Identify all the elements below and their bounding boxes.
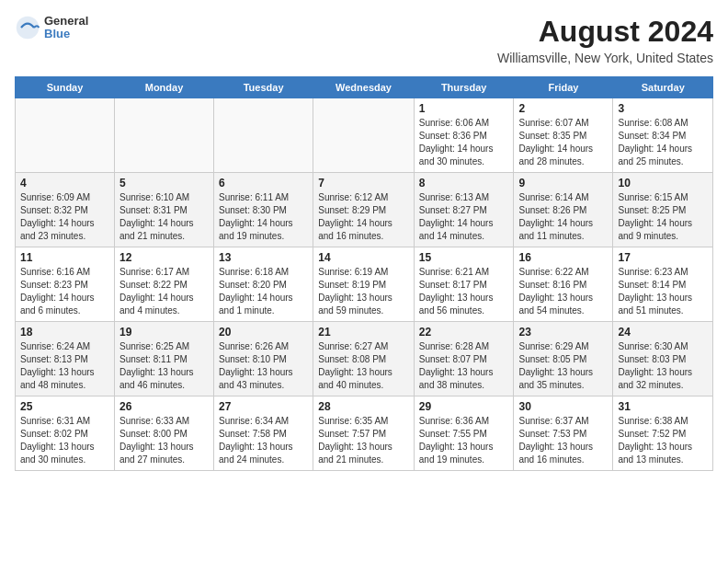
calendar-day-cell: 28Sunrise: 6:35 AMSunset: 7:57 PMDayligh… (313, 396, 415, 471)
day-info: Sunrise: 6:35 AMSunset: 7:57 PMDaylight:… (318, 415, 409, 466)
calendar-day-cell: 22Sunrise: 6:28 AMSunset: 8:07 PMDayligh… (414, 322, 514, 396)
day-of-week-header: Tuesday (214, 77, 313, 98)
day-number: 31 (618, 400, 708, 413)
day-number: 25 (20, 400, 109, 413)
calendar-week-row: 4Sunrise: 6:09 AMSunset: 8:32 PMDaylight… (16, 173, 713, 247)
day-number: 1 (419, 102, 509, 115)
calendar-day-cell: 7Sunrise: 6:12 AMSunset: 8:29 PMDaylight… (313, 173, 415, 247)
calendar-header-row: SundayMondayTuesdayWednesdayThursdayFrid… (16, 77, 713, 98)
day-number: 26 (119, 400, 209, 413)
day-of-week-header: Thursday (414, 77, 514, 98)
calendar-day-cell: 4Sunrise: 6:09 AMSunset: 8:32 PMDaylight… (16, 173, 115, 247)
month-year-title: August 2024 (497, 15, 713, 49)
day-info: Sunrise: 6:21 AMSunset: 8:17 PMDaylight:… (419, 266, 509, 317)
day-number: 5 (119, 177, 209, 190)
day-number: 4 (20, 177, 109, 190)
calendar-day-cell: 26Sunrise: 6:33 AMSunset: 8:00 PMDayligh… (114, 396, 213, 471)
day-number: 24 (618, 326, 708, 339)
day-of-week-header: Friday (514, 77, 613, 98)
calendar-day-cell: 3Sunrise: 6:08 AMSunset: 8:34 PMDaylight… (613, 98, 713, 173)
day-info: Sunrise: 6:25 AMSunset: 8:11 PMDaylight:… (119, 340, 209, 392)
calendar-day-cell: 23Sunrise: 6:29 AMSunset: 8:05 PMDayligh… (514, 322, 613, 396)
day-info: Sunrise: 6:19 AMSunset: 8:19 PMDaylight:… (318, 266, 409, 317)
day-number: 28 (318, 400, 409, 413)
day-info: Sunrise: 6:23 AMSunset: 8:14 PMDaylight:… (618, 266, 708, 317)
calendar-day-cell (16, 98, 115, 173)
day-info: Sunrise: 6:29 AMSunset: 8:05 PMDaylight:… (518, 340, 608, 392)
calendar-day-cell: 19Sunrise: 6:25 AMSunset: 8:11 PMDayligh… (114, 322, 213, 396)
calendar-day-cell: 31Sunrise: 6:38 AMSunset: 7:52 PMDayligh… (613, 396, 713, 471)
day-number: 10 (618, 177, 708, 190)
calendar-table: SundayMondayTuesdayWednesdayThursdayFrid… (15, 76, 713, 471)
calendar-day-cell: 8Sunrise: 6:13 AMSunset: 8:27 PMDaylight… (414, 173, 514, 247)
day-number: 23 (518, 326, 608, 339)
day-info: Sunrise: 6:28 AMSunset: 8:07 PMDaylight:… (419, 340, 509, 392)
day-info: Sunrise: 6:30 AMSunset: 8:03 PMDaylight:… (618, 340, 708, 392)
location-subtitle: Williamsville, New York, United States (497, 51, 713, 65)
day-info: Sunrise: 6:16 AMSunset: 8:23 PMDaylight:… (20, 266, 109, 317)
day-info: Sunrise: 6:31 AMSunset: 8:02 PMDaylight:… (20, 415, 109, 466)
day-number: 16 (518, 251, 608, 264)
day-of-week-header: Sunday (16, 77, 115, 98)
calendar-day-cell: 16Sunrise: 6:22 AMSunset: 8:16 PMDayligh… (514, 247, 613, 322)
calendar-week-row: 1Sunrise: 6:06 AMSunset: 8:36 PMDaylight… (16, 98, 713, 173)
day-number: 12 (119, 251, 209, 264)
day-info: Sunrise: 6:26 AMSunset: 8:10 PMDaylight:… (219, 340, 308, 392)
day-number: 2 (518, 102, 608, 115)
calendar-day-cell: 2Sunrise: 6:07 AMSunset: 8:35 PMDaylight… (514, 98, 613, 173)
calendar-day-cell: 29Sunrise: 6:36 AMSunset: 7:55 PMDayligh… (414, 396, 514, 471)
logo: General Blue (15, 15, 88, 41)
calendar-day-cell (214, 98, 313, 173)
calendar-day-cell: 9Sunrise: 6:14 AMSunset: 8:26 PMDaylight… (514, 173, 613, 247)
day-number: 17 (618, 251, 708, 264)
calendar-day-cell: 25Sunrise: 6:31 AMSunset: 8:02 PMDayligh… (16, 396, 115, 471)
day-number: 21 (318, 326, 409, 339)
day-info: Sunrise: 6:24 AMSunset: 8:13 PMDaylight:… (20, 340, 109, 392)
calendar-day-cell: 20Sunrise: 6:26 AMSunset: 8:10 PMDayligh… (214, 322, 313, 396)
day-number: 8 (419, 177, 509, 190)
day-info: Sunrise: 6:09 AMSunset: 8:32 PMDaylight:… (20, 191, 109, 243)
calendar-week-row: 25Sunrise: 6:31 AMSunset: 8:02 PMDayligh… (16, 396, 713, 471)
day-number: 18 (20, 326, 109, 339)
calendar-day-cell: 5Sunrise: 6:10 AMSunset: 8:31 PMDaylight… (114, 173, 213, 247)
calendar-day-cell: 21Sunrise: 6:27 AMSunset: 8:08 PMDayligh… (313, 322, 415, 396)
day-number: 9 (518, 177, 608, 190)
calendar-day-cell: 17Sunrise: 6:23 AMSunset: 8:14 PMDayligh… (613, 247, 713, 322)
day-info: Sunrise: 6:06 AMSunset: 8:36 PMDaylight:… (419, 117, 509, 168)
calendar-day-cell: 6Sunrise: 6:11 AMSunset: 8:30 PMDaylight… (214, 173, 313, 247)
day-info: Sunrise: 6:18 AMSunset: 8:20 PMDaylight:… (219, 266, 308, 317)
day-info: Sunrise: 6:37 AMSunset: 7:53 PMDaylight:… (518, 415, 608, 466)
calendar-day-cell: 27Sunrise: 6:34 AMSunset: 7:58 PMDayligh… (214, 396, 313, 471)
day-info: Sunrise: 6:17 AMSunset: 8:22 PMDaylight:… (119, 266, 209, 317)
day-info: Sunrise: 6:36 AMSunset: 7:55 PMDaylight:… (419, 415, 509, 466)
day-info: Sunrise: 6:15 AMSunset: 8:25 PMDaylight:… (618, 191, 708, 243)
day-info: Sunrise: 6:14 AMSunset: 8:26 PMDaylight:… (518, 191, 608, 243)
logo-blue: Blue (44, 28, 88, 40)
day-number: 20 (219, 326, 308, 339)
day-info: Sunrise: 6:12 AMSunset: 8:29 PMDaylight:… (318, 191, 409, 243)
day-number: 15 (419, 251, 509, 264)
calendar-day-cell: 24Sunrise: 6:30 AMSunset: 8:03 PMDayligh… (613, 322, 713, 396)
title-block: August 2024 Williamsville, New York, Uni… (497, 15, 713, 65)
logo-text: General Blue (44, 15, 88, 41)
day-info: Sunrise: 6:08 AMSunset: 8:34 PMDaylight:… (618, 117, 708, 168)
day-info: Sunrise: 6:07 AMSunset: 8:35 PMDaylight:… (518, 117, 608, 168)
calendar-week-row: 11Sunrise: 6:16 AMSunset: 8:23 PMDayligh… (16, 247, 713, 322)
day-info: Sunrise: 6:22 AMSunset: 8:16 PMDaylight:… (518, 266, 608, 317)
logo-icon (15, 15, 40, 40)
calendar-day-cell: 11Sunrise: 6:16 AMSunset: 8:23 PMDayligh… (16, 247, 115, 322)
day-of-week-header: Monday (114, 77, 213, 98)
day-number: 29 (419, 400, 509, 413)
day-of-week-header: Saturday (613, 77, 713, 98)
logo-general: General (44, 15, 88, 28)
day-number: 19 (119, 326, 209, 339)
day-info: Sunrise: 6:10 AMSunset: 8:31 PMDaylight:… (119, 191, 209, 243)
day-number: 27 (219, 400, 308, 413)
day-number: 30 (518, 400, 608, 413)
calendar-day-cell: 1Sunrise: 6:06 AMSunset: 8:36 PMDaylight… (414, 98, 514, 173)
day-number: 3 (618, 102, 708, 115)
page-header: General Blue August 2024 Williamsville, … (15, 15, 713, 65)
day-number: 14 (318, 251, 409, 264)
calendar-day-cell: 30Sunrise: 6:37 AMSunset: 7:53 PMDayligh… (514, 396, 613, 471)
calendar-day-cell: 15Sunrise: 6:21 AMSunset: 8:17 PMDayligh… (414, 247, 514, 322)
